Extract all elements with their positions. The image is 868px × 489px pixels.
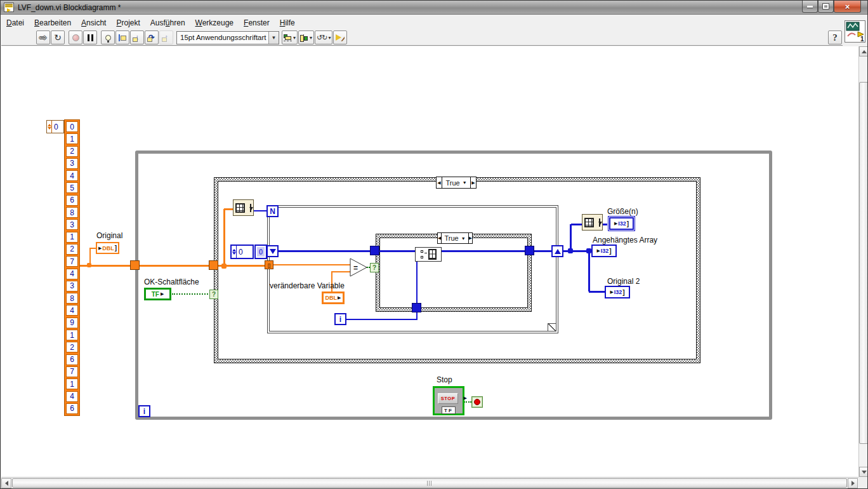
menu-item-ansicht[interactable]: Ansicht (76, 17, 111, 29)
numeric-constant-2[interactable]: 0 (254, 245, 267, 259)
array-element[interactable]: 8 (66, 293, 78, 304)
run-continuously-button[interactable]: ↻ (51, 30, 65, 44)
tunnel-case-selector[interactable]: ? (209, 290, 218, 299)
array-element[interactable]: 2 (66, 146, 78, 157)
tunnel-inner-case-selector[interactable]: ? (370, 263, 379, 272)
case-next-icon[interactable]: ▶ (470, 177, 476, 188)
case-next-icon[interactable]: ▶ (468, 233, 472, 243)
array-element[interactable]: 5 (66, 182, 78, 193)
wire-i-terminal[interactable] (346, 319, 418, 320)
wire-node-to-tunnel[interactable] (440, 250, 527, 252)
wire-bool-ok[interactable] (172, 293, 211, 295)
menu-item-werkzeuge[interactable]: Werkzeuge (190, 17, 239, 29)
array-element[interactable]: 1 (66, 133, 78, 144)
array-element[interactable]: 2 (66, 244, 78, 255)
array-element[interactable]: 9 (66, 318, 78, 328)
array-element[interactable]: 0 (66, 121, 78, 132)
menu-item-hilfe[interactable]: Hilfe (275, 17, 300, 29)
wire-into-size[interactable] (571, 224, 582, 225)
array-element[interactable]: 1 (66, 330, 78, 340)
wire-size-to-N[interactable] (253, 210, 268, 211)
build-array-node[interactable] (415, 247, 442, 262)
horizontal-scroll-thumb[interactable] (12, 478, 847, 488)
distribute-objects-button[interactable]: ▾ (298, 30, 314, 44)
while-loop-iteration-terminal[interactable]: i (138, 405, 150, 417)
wire-tunnel-to-sr[interactable] (534, 250, 553, 252)
menu-item-bearbeiten[interactable]: Bearbeiten (29, 17, 76, 29)
highlight-execution-button[interactable] (101, 30, 115, 44)
array-element[interactable]: 4 (66, 269, 78, 279)
wire-branch-orig2[interactable] (588, 251, 590, 291)
tunnel-inner-case-right[interactable] (525, 246, 534, 255)
abort-button[interactable] (69, 30, 82, 44)
horizontal-scrollbar[interactable] (1, 477, 858, 488)
constant-spinner[interactable] (232, 246, 237, 258)
array-element[interactable]: 8 (66, 207, 78, 218)
cleanup-diagram-button[interactable] (333, 30, 347, 44)
shift-register-right[interactable] (551, 245, 563, 257)
equal-comparison-node[interactable]: = (350, 258, 369, 280)
menu-item-projekt[interactable]: Projekt (111, 17, 145, 29)
wire-array-branch-up[interactable] (223, 209, 225, 267)
wire-node-to-bottom-tunnel[interactable] (416, 261, 418, 304)
tunnel-inner-case-left[interactable] (370, 246, 379, 255)
original2-indicator[interactable]: ▶I32] (605, 286, 630, 298)
array-element[interactable]: 7 (66, 366, 78, 377)
step-over-button[interactable]: ↷ (145, 30, 159, 44)
array-element[interactable]: 3 (66, 158, 78, 169)
scroll-right-button[interactable] (848, 478, 858, 488)
array-element[interactable]: 1 (66, 378, 78, 389)
shift-register-left[interactable] (266, 245, 279, 257)
tunnel-inner-case-bottom[interactable] (412, 303, 421, 312)
tunnel-case-array[interactable] (209, 260, 218, 270)
wire-bool-stop[interactable] (464, 401, 471, 403)
inner-case-structure[interactable] (376, 234, 532, 312)
chevron-down-icon[interactable]: ▼ (268, 32, 279, 44)
wire-array-main[interactable] (79, 265, 266, 267)
close-button[interactable]: × (834, 1, 861, 13)
pause-button[interactable] (83, 30, 97, 44)
scroll-left-button[interactable] (1, 478, 11, 488)
wire-variable-h[interactable] (332, 271, 352, 272)
for-loop-iteration-terminal[interactable]: i (334, 313, 346, 325)
array-constant[interactable]: 012345683127438491267146 (64, 119, 80, 416)
outer-case-selector[interactable]: ◀ True▼ ▶ (436, 177, 477, 189)
tunnel-while-array[interactable] (130, 260, 140, 270)
wire-branch-size[interactable] (570, 224, 572, 251)
vertical-scroll-thumb[interactable] (859, 82, 868, 444)
array-element[interactable]: 4 (66, 305, 78, 316)
array-element[interactable]: 4 (66, 170, 78, 181)
maximize-button[interactable] (818, 1, 834, 13)
array-element[interactable]: 2 (66, 342, 78, 352)
array-size-node[interactable] (233, 199, 254, 216)
array-element[interactable]: 3 (66, 281, 78, 291)
inner-case-selector[interactable]: ◀ True▼ ▶ (437, 232, 473, 244)
array-element[interactable]: 4 (66, 391, 78, 402)
vertical-scrollbar[interactable] (858, 46, 868, 477)
appended-array-indicator[interactable]: ▶I32] (591, 245, 617, 257)
align-objects-button[interactable]: ▾ (282, 30, 298, 44)
array-size-node-2[interactable] (582, 214, 603, 231)
numeric-constant[interactable]: 0 (230, 245, 254, 259)
array-element[interactable]: 3 (66, 219, 78, 230)
loop-count-terminal[interactable]: N (266, 205, 279, 217)
array-element[interactable]: 6 (66, 354, 78, 365)
tunnel-autoindex[interactable]: [] (265, 260, 273, 269)
size-indicator[interactable]: ▶I32] (609, 217, 634, 230)
menu-item-ausfhren[interactable]: Ausführen (145, 17, 190, 29)
array-element[interactable]: 1 (66, 232, 78, 243)
wire-into-orig2[interactable] (589, 291, 606, 293)
index-spinner[interactable] (47, 121, 52, 133)
original-indicator[interactable]: ▶DBL] (96, 242, 119, 254)
scroll-up-button[interactable] (859, 46, 868, 57)
array-element[interactable]: 7 (66, 256, 78, 267)
block-diagram-canvas[interactable]: ◀ True▼ ▶ ◀ True▼ ▶ (1, 46, 858, 477)
scroll-down-button[interactable] (859, 467, 868, 477)
ok-button-terminal[interactable]: TF▶ (144, 288, 171, 300)
array-element[interactable]: 6 (66, 403, 78, 414)
loop-resize-corner[interactable] (548, 323, 556, 331)
menu-item-fenster[interactable]: Fenster (239, 17, 275, 29)
step-into-button[interactable]: ↓ (130, 30, 144, 44)
font-selector[interactable]: 15pt Anwendungsschriftart ▼ (176, 31, 279, 44)
array-element[interactable]: 6 (66, 195, 78, 206)
